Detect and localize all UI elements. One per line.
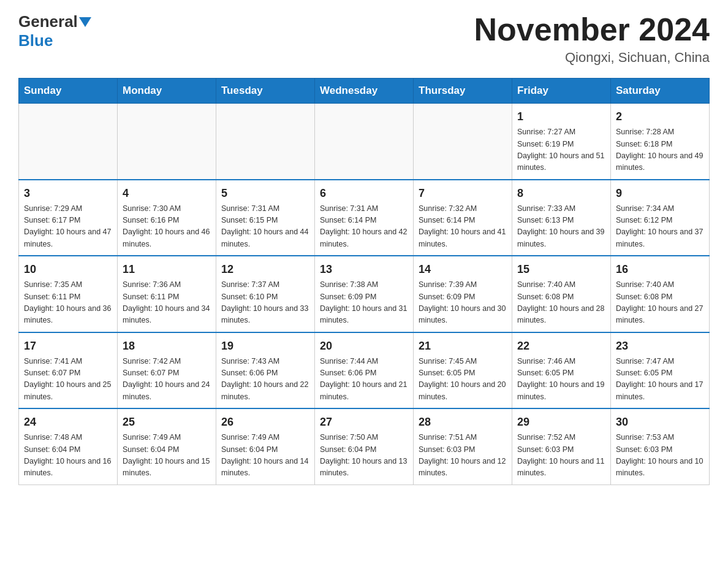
day-number: 4 <box>123 185 211 202</box>
day-number: 27 <box>320 414 408 431</box>
day-info: Sunrise: 7:27 AMSunset: 6:19 PMDaylight:… <box>517 126 605 174</box>
day-info: Sunrise: 7:42 AMSunset: 6:07 PMDaylight:… <box>123 356 211 404</box>
day-number: 22 <box>517 338 605 354</box>
day-info: Sunrise: 7:31 AMSunset: 6:14 PMDaylight:… <box>320 203 408 251</box>
day-cell <box>118 104 216 180</box>
day-number: 21 <box>419 338 507 354</box>
day-cell: 22Sunrise: 7:46 AMSunset: 6:05 PMDayligh… <box>512 332 611 409</box>
day-cell: 19Sunrise: 7:43 AMSunset: 6:06 PMDayligh… <box>216 332 315 409</box>
location-text: Qiongxi, Sichuan, China <box>474 50 710 66</box>
day-number: 3 <box>24 185 112 202</box>
day-cell: 18Sunrise: 7:42 AMSunset: 6:07 PMDayligh… <box>118 332 216 409</box>
day-cell: 24Sunrise: 7:48 AMSunset: 6:04 PMDayligh… <box>19 408 118 484</box>
day-info: Sunrise: 7:34 AMSunset: 6:12 PMDaylight:… <box>616 203 704 251</box>
week-row-5: 24Sunrise: 7:48 AMSunset: 6:04 PMDayligh… <box>19 408 710 484</box>
day-number: 25 <box>123 414 211 431</box>
header-sunday: Sunday <box>19 79 118 104</box>
day-cell: 14Sunrise: 7:39 AMSunset: 6:09 PMDayligh… <box>414 256 512 332</box>
day-info: Sunrise: 7:35 AMSunset: 6:11 PMDaylight:… <box>24 279 112 327</box>
day-cell: 28Sunrise: 7:51 AMSunset: 6:03 PMDayligh… <box>414 408 512 484</box>
day-number: 28 <box>419 414 507 431</box>
day-info: Sunrise: 7:50 AMSunset: 6:04 PMDaylight:… <box>320 432 408 480</box>
day-cell: 17Sunrise: 7:41 AMSunset: 6:07 PMDayligh… <box>19 332 118 409</box>
day-number: 7 <box>419 185 507 202</box>
day-info: Sunrise: 7:47 AMSunset: 6:05 PMDaylight:… <box>616 356 704 404</box>
day-number: 6 <box>320 185 408 202</box>
day-info: Sunrise: 7:31 AMSunset: 6:15 PMDaylight:… <box>221 203 309 251</box>
logo-general-text: General <box>18 12 78 31</box>
day-number: 13 <box>320 261 408 278</box>
header-monday: Monday <box>118 79 216 104</box>
day-cell <box>414 104 512 180</box>
day-cell: 13Sunrise: 7:38 AMSunset: 6:09 PMDayligh… <box>315 256 414 332</box>
day-number: 16 <box>616 261 704 278</box>
day-info: Sunrise: 7:32 AMSunset: 6:14 PMDaylight:… <box>419 203 507 251</box>
day-cell: 2Sunrise: 7:28 AMSunset: 6:18 PMDaylight… <box>611 104 710 180</box>
day-cell: 23Sunrise: 7:47 AMSunset: 6:05 PMDayligh… <box>611 332 710 409</box>
day-cell: 25Sunrise: 7:49 AMSunset: 6:04 PMDayligh… <box>118 408 216 484</box>
header-thursday: Thursday <box>414 79 512 104</box>
day-info: Sunrise: 7:45 AMSunset: 6:05 PMDaylight:… <box>419 356 507 404</box>
day-info: Sunrise: 7:28 AMSunset: 6:18 PMDaylight:… <box>616 126 704 174</box>
day-cell: 12Sunrise: 7:37 AMSunset: 6:10 PMDayligh… <box>216 256 315 332</box>
day-number: 14 <box>419 261 507 278</box>
day-cell <box>19 104 118 180</box>
week-row-4: 17Sunrise: 7:41 AMSunset: 6:07 PMDayligh… <box>19 332 710 409</box>
day-number: 17 <box>24 338 112 354</box>
day-number: 8 <box>517 185 605 202</box>
day-number: 24 <box>24 414 112 431</box>
day-cell: 21Sunrise: 7:45 AMSunset: 6:05 PMDayligh… <box>414 332 512 409</box>
day-cell: 8Sunrise: 7:33 AMSunset: 6:13 PMDaylight… <box>512 180 611 256</box>
week-row-1: 1Sunrise: 7:27 AMSunset: 6:19 PMDaylight… <box>19 104 710 180</box>
day-number: 10 <box>24 261 112 278</box>
day-cell: 5Sunrise: 7:31 AMSunset: 6:15 PMDaylight… <box>216 180 315 256</box>
day-cell: 11Sunrise: 7:36 AMSunset: 6:11 PMDayligh… <box>118 256 216 332</box>
day-cell: 26Sunrise: 7:49 AMSunset: 6:04 PMDayligh… <box>216 408 315 484</box>
day-info: Sunrise: 7:37 AMSunset: 6:10 PMDaylight:… <box>221 279 309 327</box>
title-area: November 2024 Qiongxi, Sichuan, China <box>474 12 710 66</box>
header-friday: Friday <box>512 79 611 104</box>
day-number: 9 <box>616 185 704 202</box>
day-cell: 3Sunrise: 7:29 AMSunset: 6:17 PMDaylight… <box>19 180 118 256</box>
header-tuesday: Tuesday <box>216 79 315 104</box>
day-number: 23 <box>616 338 704 354</box>
day-info: Sunrise: 7:46 AMSunset: 6:05 PMDaylight:… <box>517 356 605 404</box>
day-info: Sunrise: 7:44 AMSunset: 6:06 PMDaylight:… <box>320 356 408 404</box>
header-saturday: Saturday <box>611 79 710 104</box>
day-number: 30 <box>616 414 704 431</box>
day-info: Sunrise: 7:39 AMSunset: 6:09 PMDaylight:… <box>419 279 507 327</box>
day-info: Sunrise: 7:36 AMSunset: 6:11 PMDaylight:… <box>123 279 211 327</box>
day-cell: 1Sunrise: 7:27 AMSunset: 6:19 PMDaylight… <box>512 104 611 180</box>
week-row-3: 10Sunrise: 7:35 AMSunset: 6:11 PMDayligh… <box>19 256 710 332</box>
day-info: Sunrise: 7:40 AMSunset: 6:08 PMDaylight:… <box>616 279 704 327</box>
day-info: Sunrise: 7:49 AMSunset: 6:04 PMDaylight:… <box>221 432 309 480</box>
day-cell <box>216 104 315 180</box>
day-info: Sunrise: 7:53 AMSunset: 6:03 PMDaylight:… <box>616 432 704 480</box>
day-cell: 30Sunrise: 7:53 AMSunset: 6:03 PMDayligh… <box>611 408 710 484</box>
day-number: 29 <box>517 414 605 431</box>
day-info: Sunrise: 7:29 AMSunset: 6:17 PMDaylight:… <box>24 203 112 251</box>
day-number: 19 <box>221 338 309 354</box>
day-cell: 27Sunrise: 7:50 AMSunset: 6:04 PMDayligh… <box>315 408 414 484</box>
day-cell: 6Sunrise: 7:31 AMSunset: 6:14 PMDaylight… <box>315 180 414 256</box>
day-info: Sunrise: 7:43 AMSunset: 6:06 PMDaylight:… <box>221 356 309 404</box>
day-number: 11 <box>123 261 211 278</box>
day-info: Sunrise: 7:52 AMSunset: 6:03 PMDaylight:… <box>517 432 605 480</box>
days-of-week-row: Sunday Monday Tuesday Wednesday Thursday… <box>19 79 710 104</box>
day-number: 2 <box>616 109 704 125</box>
logo-triangle-icon <box>79 17 91 27</box>
day-cell: 9Sunrise: 7:34 AMSunset: 6:12 PMDaylight… <box>611 180 710 256</box>
day-info: Sunrise: 7:30 AMSunset: 6:16 PMDaylight:… <box>123 203 211 251</box>
day-number: 15 <box>517 261 605 278</box>
week-row-2: 3Sunrise: 7:29 AMSunset: 6:17 PMDaylight… <box>19 180 710 256</box>
day-info: Sunrise: 7:49 AMSunset: 6:04 PMDaylight:… <box>123 432 211 480</box>
day-info: Sunrise: 7:33 AMSunset: 6:13 PMDaylight:… <box>517 203 605 251</box>
day-number: 18 <box>123 338 211 354</box>
month-title: November 2024 <box>474 12 710 47</box>
day-cell: 20Sunrise: 7:44 AMSunset: 6:06 PMDayligh… <box>315 332 414 409</box>
day-cell: 10Sunrise: 7:35 AMSunset: 6:11 PMDayligh… <box>19 256 118 332</box>
day-info: Sunrise: 7:41 AMSunset: 6:07 PMDaylight:… <box>24 356 112 404</box>
day-cell: 15Sunrise: 7:40 AMSunset: 6:08 PMDayligh… <box>512 256 611 332</box>
logo-blue-text: Blue <box>18 31 53 50</box>
day-number: 26 <box>221 414 309 431</box>
